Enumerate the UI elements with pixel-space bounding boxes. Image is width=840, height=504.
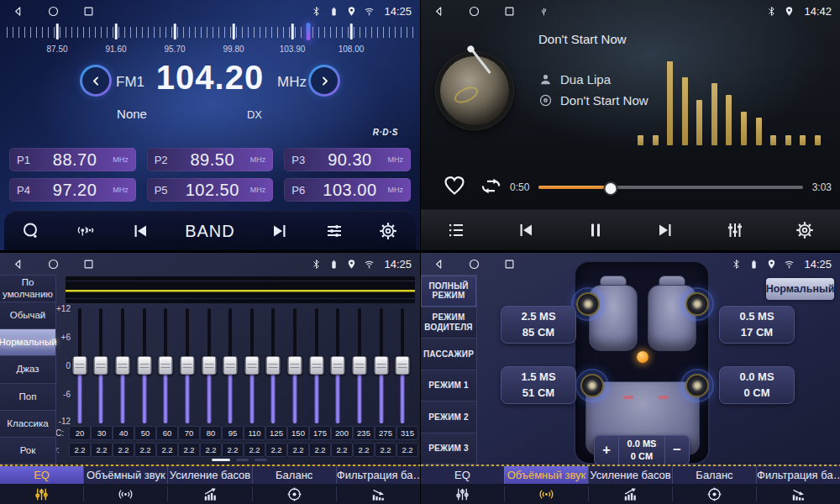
eq-band-slider[interactable] bbox=[69, 308, 91, 423]
eq-band-slider[interactable] bbox=[176, 308, 198, 423]
delay-mode-item[interactable]: РЕЖИМ 1 bbox=[421, 370, 476, 402]
frequency-scale[interactable]: 87.5091.6095.7099.80103.90108.00 bbox=[0, 23, 420, 56]
tune-up-button[interactable] bbox=[308, 65, 340, 97]
balance-icon[interactable] bbox=[252, 486, 336, 501]
slider-thumb[interactable] bbox=[266, 356, 281, 375]
playlist-button[interactable] bbox=[446, 220, 466, 240]
delay-mode-item[interactable]: ПАССАЖИР bbox=[421, 339, 476, 370]
slider-thumb[interactable] bbox=[72, 356, 87, 375]
pause-button[interactable] bbox=[585, 220, 606, 240]
slider-thumb[interactable] bbox=[159, 356, 173, 375]
slider-thumb[interactable] bbox=[94, 356, 108, 375]
decrease-delay-button[interactable]: − bbox=[665, 436, 689, 465]
eq-preset-item[interactable]: Рок bbox=[0, 438, 55, 465]
eq-preset-item[interactable]: Джаз bbox=[0, 356, 55, 383]
eq-band-slider[interactable] bbox=[263, 308, 285, 423]
eq-band-slider[interactable] bbox=[241, 308, 263, 423]
tab-eq[interactable]: EQ bbox=[421, 466, 504, 484]
delay-mode-item[interactable]: РЕЖИМ ВОДИТЕЛЯ bbox=[421, 307, 476, 339]
bass-boost-icon[interactable] bbox=[588, 486, 672, 501]
slider-thumb[interactable] bbox=[309, 356, 323, 375]
radio-preset-p2[interactable]: P289.50MHz bbox=[147, 148, 274, 171]
nav-recents-button[interactable] bbox=[503, 258, 516, 270]
next-station-button[interactable] bbox=[270, 221, 290, 241]
tab-surround-sound[interactable]: Объёмный звук bbox=[504, 466, 588, 484]
settings-button[interactable] bbox=[378, 221, 398, 241]
slider-thumb[interactable] bbox=[288, 356, 302, 375]
tab-balance[interactable]: Баланс bbox=[672, 466, 756, 484]
slider-thumb[interactable] bbox=[374, 356, 388, 375]
slider-thumb[interactable] bbox=[202, 356, 216, 375]
repeat-button[interactable] bbox=[480, 175, 502, 201]
previous-station-button[interactable] bbox=[130, 221, 150, 241]
rear-left-delay-button[interactable]: 1.5 MS 51 CM bbox=[501, 366, 576, 404]
settings-button[interactable] bbox=[795, 220, 815, 240]
previous-track-button[interactable] bbox=[516, 220, 536, 240]
eq-preset-item[interactable]: По умолчанию bbox=[0, 276, 55, 302]
eq-band-slider[interactable] bbox=[284, 308, 306, 423]
slider-thumb[interactable] bbox=[396, 356, 410, 375]
front-right-delay-button[interactable]: 0.5 MS 17 CM bbox=[719, 306, 795, 344]
nav-home-button[interactable] bbox=[47, 5, 60, 18]
eq-band-slider[interactable] bbox=[134, 308, 155, 423]
nav-home-button[interactable] bbox=[468, 5, 480, 18]
eq-band-slider[interactable] bbox=[328, 308, 349, 423]
eq-preset-item[interactable]: Нормальный bbox=[0, 329, 55, 356]
eq-preset-item[interactable]: Поп bbox=[0, 384, 55, 411]
increase-delay-button[interactable]: + bbox=[595, 436, 618, 465]
nav-recents-button[interactable] bbox=[503, 5, 516, 18]
eq-band-slider[interactable] bbox=[349, 308, 370, 423]
delay-mode-item[interactable]: РЕЖИМ 3 bbox=[421, 433, 476, 465]
favorite-button[interactable] bbox=[443, 173, 466, 200]
band-button[interactable]: BAND bbox=[185, 222, 235, 241]
slider-thumb[interactable] bbox=[331, 356, 345, 375]
bass-boost-icon[interactable] bbox=[167, 486, 251, 501]
radio-preset-p3[interactable]: P390.30MHz bbox=[284, 148, 411, 171]
front-left-delay-button[interactable]: 2.5 MS 85 CM bbox=[501, 306, 576, 344]
slider-thumb[interactable] bbox=[352, 356, 366, 375]
nav-home-button[interactable] bbox=[468, 258, 480, 270]
radio-preset-p1[interactable]: P188.70MHz bbox=[9, 148, 136, 171]
filter-icon[interactable] bbox=[756, 486, 840, 501]
equalizer-button[interactable] bbox=[725, 220, 745, 240]
tab-bass-boost[interactable]: Усиление басов bbox=[588, 466, 672, 484]
tab-surround-sound[interactable]: Объёмный звук bbox=[83, 466, 167, 484]
nav-back-button[interactable] bbox=[12, 258, 24, 270]
tab-bass-boost[interactable]: Усиление басов bbox=[167, 466, 251, 484]
progress-thumb[interactable] bbox=[603, 181, 617, 196]
eq-icon[interactable] bbox=[0, 486, 83, 501]
eq-band-slider[interactable] bbox=[370, 308, 392, 423]
listening-position-dot[interactable] bbox=[637, 351, 648, 363]
delay-mode-item[interactable]: ПОЛНЫЙ РЕЖИМ bbox=[421, 276, 476, 307]
tune-down-button[interactable] bbox=[80, 65, 112, 97]
eq-band-slider[interactable] bbox=[198, 308, 220, 423]
eq-preset-item[interactable]: Обычай bbox=[0, 302, 55, 329]
eq-band-slider[interactable] bbox=[306, 308, 328, 423]
eq-preset-item[interactable]: Классика bbox=[0, 411, 55, 438]
normal-preset-button[interactable]: Нормальный bbox=[766, 278, 834, 300]
slider-thumb[interactable] bbox=[116, 356, 130, 375]
filter-icon[interactable] bbox=[336, 486, 420, 501]
tab-eq[interactable]: EQ bbox=[0, 466, 83, 484]
next-track-button[interactable] bbox=[655, 220, 675, 240]
broadcast-button[interactable] bbox=[76, 221, 96, 241]
rear-right-delay-button[interactable]: 0.0 MS 0 CM bbox=[719, 366, 795, 404]
tab-filter[interactable]: Фильтрация ба… bbox=[756, 466, 840, 484]
nav-back-button[interactable] bbox=[433, 5, 445, 18]
radio-preset-p4[interactable]: P497.20MHz bbox=[9, 178, 136, 202]
slider-thumb[interactable] bbox=[180, 356, 194, 375]
progress-bar[interactable] bbox=[538, 186, 803, 189]
delay-mode-item[interactable]: РЕЖИМ 2 bbox=[421, 402, 476, 433]
radio-preset-p5[interactable]: P5102.50MHz bbox=[147, 178, 274, 202]
eq-band-slider[interactable] bbox=[155, 308, 177, 423]
nav-recents-button[interactable] bbox=[82, 258, 95, 270]
slider-thumb[interactable] bbox=[244, 356, 259, 375]
tab-filter[interactable]: Фильтрация ба… bbox=[336, 466, 420, 484]
eq-icon[interactable] bbox=[421, 486, 504, 501]
slider-thumb[interactable] bbox=[137, 356, 151, 375]
radio-preset-p6[interactable]: P6103.00MHz bbox=[284, 178, 411, 202]
surround-sound-icon[interactable] bbox=[83, 486, 167, 501]
eq-band-slider[interactable] bbox=[112, 308, 134, 423]
eq-band-slider[interactable] bbox=[91, 308, 113, 423]
nav-back-button[interactable] bbox=[433, 258, 445, 270]
